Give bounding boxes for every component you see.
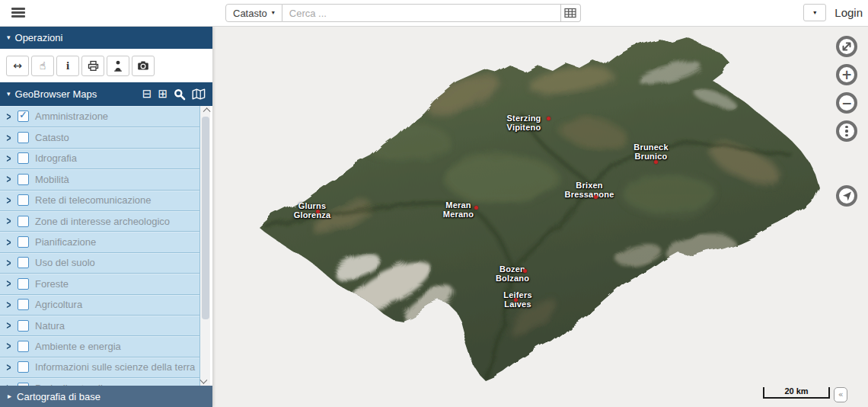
zoom-in-button[interactable]: + — [836, 64, 857, 85]
layer-label: Agricoltura — [35, 299, 82, 310]
layer-row[interactable]: >Mobilità — [0, 168, 200, 189]
layer-checkbox[interactable] — [18, 257, 29, 268]
operations-panel-title: Operazioni — [15, 32, 63, 43]
layers-panel-actions: ⊟ ⊞ — [142, 88, 206, 101]
person-icon — [113, 60, 123, 72]
layer-checkbox[interactable] — [18, 278, 29, 290]
layer-checkbox[interactable] — [18, 341, 29, 352]
layer-list-scrollbar[interactable] — [200, 106, 210, 386]
scroll-down-arrow[interactable] — [200, 376, 210, 386]
layer-label: Rete di telecomunicazione — [35, 194, 151, 206]
info-icon: i — [66, 59, 69, 72]
layer-label: Mobilità — [35, 174, 69, 185]
layer-checkbox[interactable] — [18, 299, 29, 310]
print-button[interactable] — [81, 56, 104, 76]
search-bar: Catasto ▾ — [225, 4, 581, 22]
collapse-all-icon[interactable]: ⊟ — [142, 88, 152, 100]
layers-panel-header[interactable]: ▾ GeoBrowser Maps ⊟ ⊞ — [0, 82, 212, 106]
scroll-up-arrow[interactable] — [200, 106, 210, 116]
layer-row[interactable]: >Uso del suolo — [0, 252, 200, 273]
operations-panel-header[interactable]: ▾ Operazioni — [0, 27, 212, 49]
fullscreen-button[interactable] — [836, 36, 857, 57]
layer-label: Informazioni sulle scienze della terra — [35, 361, 195, 373]
search-layers-icon[interactable] — [174, 88, 186, 101]
search-results-table-button[interactable] — [561, 4, 581, 22]
printer-icon — [88, 60, 99, 72]
caret-down-icon: ▾ — [7, 91, 11, 98]
legend-map-icon[interactable] — [192, 88, 206, 100]
layer-row[interactable]: >Catasto — [0, 127, 200, 147]
layer-row[interactable]: >Pericoli naturali — [0, 377, 200, 386]
layer-checkbox[interactable] — [18, 361, 29, 373]
layer-checkbox[interactable] — [18, 320, 29, 332]
zoom-out-button[interactable]: − — [836, 92, 857, 114]
expand-all-icon[interactable]: ⊞ — [158, 88, 168, 100]
chevron-right-icon[interactable]: > — [7, 257, 11, 268]
layer-row[interactable]: >Pianificazione — [0, 231, 200, 252]
layer-row[interactable]: >Amministrazione — [0, 106, 200, 127]
camera-icon — [137, 60, 149, 71]
chevron-right-icon[interactable]: > — [7, 132, 11, 143]
chevron-right-icon[interactable]: > — [7, 111, 11, 122]
attribution-collapse-button[interactable]: « — [834, 387, 847, 402]
chevron-right-icon[interactable]: > — [7, 278, 11, 290]
fullscreen-expand-icon — [840, 40, 854, 53]
streetview-button[interactable] — [107, 56, 129, 76]
scrollbar-thumb[interactable] — [202, 117, 209, 319]
layer-row[interactable]: >Agricoltura — [0, 294, 200, 315]
table-grid-icon — [564, 8, 576, 18]
screenshot-button[interactable] — [132, 56, 155, 76]
layer-label: Amministrazione — [35, 111, 108, 122]
login-link[interactable]: Login — [834, 6, 863, 19]
measure-tool-button[interactable]: ↔ — [6, 56, 29, 76]
chevron-right-icon[interactable]: > — [7, 152, 11, 164]
layer-row[interactable]: >Rete di telecomunicazione — [0, 190, 200, 210]
select-tool-button[interactable]: ☝ — [31, 56, 54, 76]
layer-row[interactable]: >Foreste — [0, 273, 200, 293]
chevron-right-icon[interactable]: > — [7, 320, 11, 332]
chevron-right-icon[interactable]: > — [7, 194, 11, 206]
pointing-hand-icon: ☝ — [40, 60, 46, 71]
chevron-right-icon[interactable]: > — [7, 299, 11, 310]
basemap-bar-title: Cartografia di base — [17, 391, 101, 402]
layer-row[interactable]: >Zone di interesse archeologico — [0, 210, 200, 231]
map-canvas[interactable]: + − 20 km « SterzingVipitenoBruneckBruni… — [212, 27, 868, 407]
layer-row[interactable]: >Informazioni sulle scienze della terra — [0, 357, 200, 377]
login-area: ▾ Login — [803, 3, 863, 22]
plus-icon: + — [841, 69, 852, 82]
layer-checkbox[interactable] — [18, 216, 29, 227]
layer-row[interactable]: >Natura — [0, 315, 200, 335]
layer-label: Idrografia — [35, 152, 77, 164]
layer-checkbox[interactable] — [18, 236, 29, 248]
chevron-right-icon[interactable]: > — [7, 216, 11, 227]
chevron-right-icon[interactable]: > — [7, 236, 11, 248]
chevron-right-icon[interactable]: > — [7, 341, 11, 352]
layer-label: Catasto — [35, 132, 69, 143]
layer-label: Ambiente e energia — [35, 341, 121, 352]
minus-icon: − — [841, 97, 852, 110]
layer-checkbox[interactable] — [18, 132, 29, 143]
layer-checkbox[interactable] — [18, 194, 29, 206]
hamburger-menu-button[interactable] — [10, 5, 27, 21]
layer-checkbox[interactable] — [18, 152, 29, 164]
location-arrow-icon — [840, 189, 854, 203]
search-category-dropdown[interactable]: Catasto ▾ — [225, 4, 282, 22]
layer-row[interactable]: >Idrografia — [0, 148, 200, 168]
layer-label: Natura — [35, 320, 65, 332]
login-dropdown-button[interactable]: ▾ — [803, 4, 826, 21]
layer-checkbox[interactable] — [18, 174, 29, 185]
info-tool-button[interactable]: i — [56, 56, 79, 76]
basemap-bar[interactable]: ▸ Cartografia di base — [0, 386, 212, 407]
locate-button[interactable] — [836, 185, 857, 207]
layer-list: >Amministrazione>Catasto>Idrografia>Mobi… — [0, 106, 212, 386]
chevron-right-icon[interactable]: > — [7, 174, 11, 185]
layer-checkbox[interactable] — [18, 111, 29, 122]
search-category-label: Catasto — [233, 8, 267, 19]
chevron-down-icon: ▾ — [813, 9, 816, 16]
search-input[interactable] — [282, 4, 561, 22]
more-options-button[interactable] — [836, 120, 857, 142]
layer-row[interactable]: >Ambiente e energia — [0, 335, 200, 356]
chevron-right-icon[interactable]: > — [7, 361, 11, 373]
layer-label: Foreste — [35, 278, 69, 290]
sidebar: ▾ Operazioni ↔ ☝ i — [0, 27, 212, 407]
